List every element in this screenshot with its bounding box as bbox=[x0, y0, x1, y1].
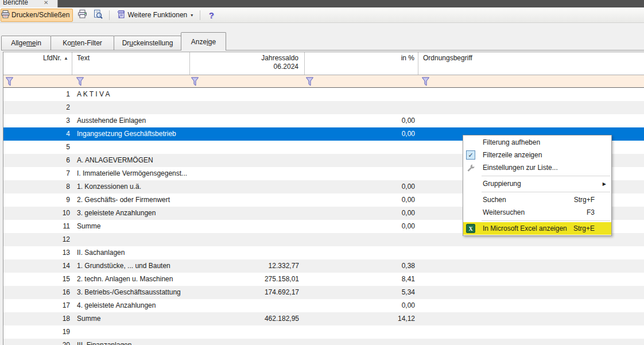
cell-ord bbox=[418, 246, 644, 259]
cell-text: A. ANLAGEVERMÖGEN bbox=[72, 154, 190, 167]
tab-allgemein[interactable]: Allgemein bbox=[1, 36, 51, 50]
cell-nr: 2 bbox=[3, 101, 72, 114]
table-row[interactable]: 20III. Finanzanlagen bbox=[3, 339, 644, 345]
cell-text: Ingangsetzung Geschäftsbetrieb bbox=[72, 127, 190, 141]
cell-text: 2. techn. Anlagen u. Maschinen bbox=[72, 273, 190, 286]
close-icon[interactable]: ✕ bbox=[44, 0, 48, 6]
column-sublabel: 06.2024 bbox=[190, 63, 298, 71]
cell-nr: 17 bbox=[3, 299, 72, 312]
toolbar: Drucken/Schließen bbox=[0, 7, 644, 23]
menu-item-weitersuchen[interactable]: WeitersuchenF3 bbox=[463, 206, 611, 219]
submenu-arrow-icon: ▶ bbox=[603, 181, 606, 187]
cell-pct: 0,00 bbox=[305, 299, 418, 312]
table-row[interactable]: 163. Betriebs-/Geschäftsausstattung174.6… bbox=[3, 286, 644, 299]
cell-text: Ausstehende Einlagen bbox=[72, 114, 190, 127]
column-header-lfdnr[interactable]: LfdNr.▲ bbox=[3, 52, 72, 75]
column-label: in % bbox=[401, 54, 414, 62]
menu-item-in-microsoft-excel-anzeigen[interactable]: XIn Microsoft Excel anzeigenStrg+E bbox=[463, 222, 611, 235]
menu-item-filterzeile-anzeigen[interactable]: ✓Filterzeile anzeigen bbox=[463, 149, 611, 161]
table-row[interactable]: 19 bbox=[3, 325, 644, 339]
filter-funnel-icon[interactable] bbox=[191, 77, 199, 86]
cell-text: 3. geleistete Anzahlungen bbox=[72, 207, 190, 220]
cell-text: 3. Betriebs-/Geschäftsausstattung bbox=[72, 286, 190, 299]
cell-saldo bbox=[190, 233, 305, 246]
table-row[interactable]: 3Ausstehende Einlagen0,00 bbox=[3, 114, 644, 127]
cell-nr: 18 bbox=[3, 312, 72, 325]
cell-text bbox=[72, 101, 190, 114]
tab-label: Druckeinstellung bbox=[122, 39, 173, 47]
menu-item-einstellungen-zur-liste[interactable]: Einstellungen zur Liste... bbox=[463, 161, 611, 174]
table-row[interactable]: 152. techn. Anlagen u. Maschinen275.158,… bbox=[3, 273, 644, 286]
filter-funnel-icon[interactable] bbox=[422, 77, 429, 86]
tab-konten-filter[interactable]: Konten-Filter bbox=[51, 36, 114, 50]
tab-druckeinstellung[interactable]: Druckeinstellung bbox=[114, 36, 181, 50]
document-tab-label: Berichte bbox=[3, 0, 28, 6]
cell-nr: 20 bbox=[3, 339, 72, 345]
table-header: LfdNr.▲ Text Jahressaldo 06.2024 in % Or… bbox=[3, 52, 644, 75]
menu-item-gruppierung[interactable]: Gruppierung▶ bbox=[463, 177, 611, 190]
cell-nr: 12 bbox=[3, 233, 72, 246]
cell-nr: 15 bbox=[3, 273, 72, 286]
tab-anzeige[interactable]: Anzeige bbox=[181, 32, 226, 51]
column-header-jahressaldo[interactable]: Jahressaldo 06.2024 bbox=[190, 52, 305, 75]
cell-nr: 8 bbox=[3, 180, 72, 193]
cell-saldo: 462.182,95 bbox=[190, 312, 305, 325]
cell-ord bbox=[418, 273, 644, 286]
document-tab-berichte[interactable]: Berichte ✕ bbox=[0, 0, 58, 7]
filter-funnel-icon[interactable] bbox=[306, 77, 313, 86]
table-row[interactable]: 2 bbox=[3, 101, 644, 114]
filter-funnel-icon[interactable] bbox=[6, 77, 13, 86]
filter-row bbox=[3, 75, 644, 88]
preview-button[interactable] bbox=[91, 9, 105, 21]
column-header-ordnungsbegriff[interactable]: Ordnungsbegriff bbox=[418, 52, 644, 75]
wrench-icon bbox=[466, 163, 475, 172]
cell-saldo bbox=[190, 207, 305, 220]
scroll-icon bbox=[117, 10, 126, 21]
menu-item-suchen[interactable]: SuchenStrg+F bbox=[463, 193, 611, 206]
excel-icon: X bbox=[466, 224, 475, 233]
cell-saldo: 174.692,17 bbox=[190, 286, 305, 299]
table-row[interactable]: 18Summe462.182,9514,12 bbox=[3, 312, 644, 325]
cell-pct bbox=[305, 141, 418, 154]
more-functions-button[interactable]: Weitere Funktionen ▾ bbox=[114, 9, 196, 21]
print-close-button[interactable]: Drucken/Schließen bbox=[1, 9, 73, 22]
cell-pct: 0,00 bbox=[305, 127, 418, 141]
menu-item-label: Filterzeile anzeigen bbox=[483, 151, 542, 159]
checkmark-icon: ✓ bbox=[466, 150, 475, 160]
filter-funnel-icon[interactable] bbox=[76, 77, 84, 86]
help-button[interactable]: ? bbox=[204, 9, 218, 21]
cell-ord bbox=[418, 299, 644, 312]
print-preview-icon bbox=[94, 10, 103, 21]
menu-item-filterung-aufheben[interactable]: Filterung aufheben bbox=[463, 136, 611, 149]
cell-pct: 0,00 bbox=[305, 180, 418, 193]
cell-pct: 0,00 bbox=[305, 220, 418, 233]
cell-pct: 8,41 bbox=[305, 273, 418, 286]
cell-text: Summe bbox=[72, 220, 190, 233]
cell-nr: 4 bbox=[3, 127, 72, 141]
menu-shortcut: F3 bbox=[587, 208, 595, 216]
app-window: Berichte ✕ Drucken/Schließen bbox=[0, 0, 644, 345]
column-header-in-percent[interactable]: in % bbox=[305, 52, 418, 75]
cell-text: I. Immaterielle Vermögensgegenst... bbox=[72, 167, 190, 180]
cell-pct bbox=[305, 325, 418, 339]
cell-text: A K T I V A bbox=[72, 88, 190, 101]
document-tab-strip: Berichte ✕ bbox=[0, 0, 644, 7]
table-row[interactable]: 141. Grundstücke, ... und Bauten12.332,7… bbox=[3, 259, 644, 273]
context-menu: Filterung aufheben✓Filterzeile anzeigenE… bbox=[463, 135, 612, 236]
column-label: Ordnungsbegriff bbox=[423, 54, 472, 62]
column-header-text[interactable]: Text bbox=[72, 52, 190, 75]
menu-shortcut: Strg+E bbox=[573, 224, 595, 232]
table-row[interactable]: 13II. Sachanlagen bbox=[3, 246, 644, 259]
cell-pct bbox=[305, 233, 418, 246]
cell-text bbox=[72, 325, 190, 339]
cell-text bbox=[72, 141, 190, 154]
cell-nr: 5 bbox=[3, 141, 72, 154]
table-row[interactable]: 1A K T I V A bbox=[3, 88, 644, 101]
cell-nr: 9 bbox=[3, 193, 72, 207]
cell-saldo bbox=[190, 127, 305, 141]
print-button[interactable] bbox=[75, 9, 89, 21]
cell-pct bbox=[305, 154, 418, 167]
table-row[interactable]: 174. geleistete Anzahlungen0,00 bbox=[3, 299, 644, 312]
cell-nr: 1 bbox=[3, 88, 72, 101]
cell-ord bbox=[418, 325, 644, 339]
